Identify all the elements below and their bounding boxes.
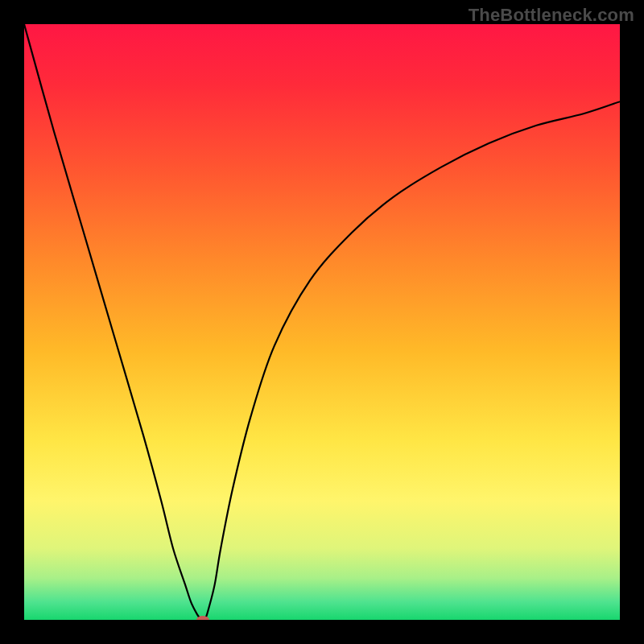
- plot-area: [24, 24, 620, 620]
- chart-frame: TheBottleneck.com: [0, 0, 644, 644]
- gradient-background: [24, 24, 620, 620]
- watermark-text: TheBottleneck.com: [469, 5, 634, 26]
- bottleneck-chart: [24, 24, 620, 620]
